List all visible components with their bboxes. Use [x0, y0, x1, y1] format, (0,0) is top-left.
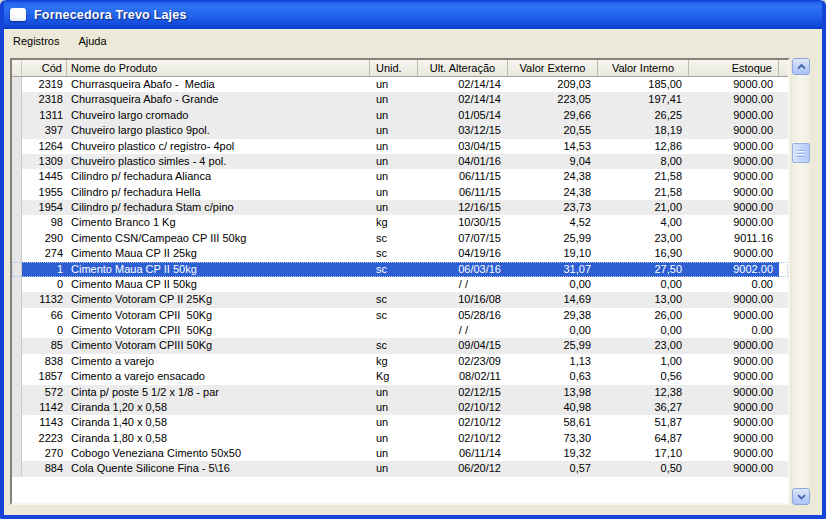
cell-interno: 0,56 — [598, 369, 689, 384]
cell-nome: Cimento Maua CP II 50kg — [67, 277, 370, 292]
cell-ult: 12/16/15 — [418, 200, 508, 215]
cell-ult: 02/12/15 — [418, 385, 508, 400]
cell-estoque: 9000.00 — [689, 215, 779, 230]
cell-externo: 29,38 — [508, 308, 598, 323]
table-row[interactable]: 1Cimento Maua CP II 50kgsc06/03/1631,072… — [12, 262, 788, 277]
row-indicator-gutter — [12, 323, 22, 338]
scroll-down-button[interactable] — [792, 488, 810, 505]
table-row[interactable]: 2223Ciranda 1,80 x 0,58un02/10/1273,3064… — [12, 431, 788, 446]
cell-ult: 06/11/14 — [418, 446, 508, 461]
table-row[interactable]: 1264Chuveiro plastico c/ registro- 4polu… — [12, 139, 788, 154]
table-row[interactable]: 1142Ciranda 1,20 x 0,58un02/10/1240,9836… — [12, 400, 788, 415]
cell-externo: 0,57 — [508, 461, 598, 476]
table-row[interactable]: 274Cimento Maua CP II 25kgsc04/19/1619,1… — [12, 246, 788, 261]
cell-nome: Chuveiro largo plastico 9pol. — [67, 123, 370, 138]
row-indicator-gutter — [12, 139, 22, 154]
row-indicator-gutter — [12, 77, 22, 92]
table-row[interactable]: 0Cimento Maua CP II 50kg/ /0,000,000.00 — [12, 277, 788, 292]
cell-estoque: 0.00 — [689, 277, 779, 292]
table-row[interactable]: 884Cola Quente Silicone Fina - 5\16un06/… — [12, 461, 788, 476]
table-row[interactable]: 290Cimento CSN/Campeao CP III 50kgsc07/0… — [12, 231, 788, 246]
table-row[interactable]: 85Cimento Votoram CPIII 50Kgsc09/04/1525… — [12, 338, 788, 353]
cell-estoque: 9000.00 — [689, 308, 779, 323]
cell-nome: Cimento Maua CP II 50kg — [67, 262, 370, 277]
table-row[interactable]: 98Cimento Branco 1 Kgkg10/30/154,524,009… — [12, 215, 788, 230]
cell-cod: 1955 — [22, 185, 67, 200]
cell-ult: 06/11/15 — [418, 185, 508, 200]
table-row[interactable]: 1857Cimento a varejo ensacadoKg08/02/110… — [12, 369, 788, 384]
table-row[interactable]: 1445Cilindro p/ fechadura Aliancaun06/11… — [12, 169, 788, 184]
cell-externo: 1,13 — [508, 354, 598, 369]
cell-ult: 02/14/14 — [418, 92, 508, 107]
cell-unid: un — [370, 185, 418, 200]
cell-estoque: 9000.00 — [689, 369, 779, 384]
header-nome[interactable]: Nome do Produto — [67, 60, 370, 76]
window-icon[interactable] — [10, 8, 26, 21]
cell-cod: 1 — [22, 262, 67, 277]
cell-nome: Cinta p/ poste 5 1/2 x 1/8 - par — [67, 385, 370, 400]
header-gutter — [12, 60, 22, 76]
cell-estoque: 9000.00 — [689, 185, 779, 200]
cell-externo: 209,03 — [508, 77, 598, 92]
cell-cod: 1143 — [22, 415, 67, 430]
cell-unid: sc — [370, 262, 418, 277]
table-row[interactable]: 0Cimento Votoram CPII 50Kg/ /0,000,000.0… — [12, 323, 788, 338]
table-row[interactable]: 1955Cilindro p/ fechadura Hellaun06/11/1… — [12, 185, 788, 200]
vertical-scrollbar — [792, 58, 810, 505]
row-indicator-gutter — [12, 400, 22, 415]
table-row[interactable]: 1954Cilindro p/ fechadura Stam c/pinoun1… — [12, 200, 788, 215]
cell-cod: 1445 — [22, 169, 67, 184]
table-row[interactable]: 838Cimento a varejokg02/23/091,131,00900… — [12, 354, 788, 369]
row-indicator-gutter — [12, 354, 22, 369]
cell-estoque: 9000.00 — [689, 139, 779, 154]
header-ult-alteracao[interactable]: Ult. Alteração — [418, 60, 508, 76]
cell-externo: 20,55 — [508, 123, 598, 138]
row-indicator-gutter — [12, 338, 22, 353]
title-bar[interactable]: Fornecedora Trevo Lajes — [0, 0, 826, 29]
cell-unid: kg — [370, 354, 418, 369]
cell-cod: 0 — [22, 277, 67, 292]
table-row[interactable]: 2319Churrasqueira Abafo - Mediaun02/14/1… — [12, 77, 788, 92]
cell-interno: 1,00 — [598, 354, 689, 369]
cell-interno: 26,00 — [598, 308, 689, 323]
table-row[interactable]: 270Cobogo Veneziana Cimento 50x50un06/11… — [12, 446, 788, 461]
header-valor-interno[interactable]: Valor Interno — [598, 60, 689, 76]
scrollbar-track[interactable] — [792, 75, 810, 488]
cell-externo: 24,38 — [508, 169, 598, 184]
cell-cod: 838 — [22, 354, 67, 369]
table-row[interactable]: 572Cinta p/ poste 5 1/2 x 1/8 - parun02/… — [12, 385, 788, 400]
table-row[interactable]: 2318Churrasqueira Abafo - Grandeun02/14/… — [12, 92, 788, 107]
cell-ult: 04/01/16 — [418, 154, 508, 169]
header-estoque[interactable]: Estoque — [689, 60, 779, 76]
product-grid: Cód Nome do Produto Unid. Ult. Alteração… — [10, 58, 790, 505]
scrollbar-thumb[interactable] — [792, 143, 810, 163]
header-cod[interactable]: Cód — [22, 60, 67, 76]
table-row[interactable]: 66Cimento Votoram CPII 50Kgsc05/28/1629,… — [12, 308, 788, 323]
table-row[interactable]: 1143Ciranda 1,40 x 0,58un02/10/1258,6151… — [12, 415, 788, 430]
table-row[interactable]: 1309Chuveiro plastico simles - 4 pol.un0… — [12, 154, 788, 169]
cell-unid: un — [370, 139, 418, 154]
grid-body: 2319Churrasqueira Abafo - Mediaun02/14/1… — [12, 77, 788, 477]
cell-cod: 884 — [22, 461, 67, 476]
cell-nome: Cimento Branco 1 Kg — [67, 215, 370, 230]
table-row[interactable]: 1132Cimento Votoram CP II 25Kgsc10/16/08… — [12, 292, 788, 307]
cell-ult: 02/10/12 — [418, 415, 508, 430]
cell-interno: 21,00 — [598, 200, 689, 215]
menu-ajuda[interactable]: Ajuda — [72, 32, 112, 50]
header-unid[interactable]: Unid. — [370, 60, 418, 76]
cell-externo: 0,00 — [508, 277, 598, 292]
scroll-up-button[interactable] — [792, 58, 810, 75]
menu-registros[interactable]: Registros — [7, 32, 65, 50]
cell-estoque: 9000.00 — [689, 461, 779, 476]
cell-estoque: 9000.00 — [689, 400, 779, 415]
cell-interno: 21,58 — [598, 185, 689, 200]
window-title: Fornecedora Trevo Lajes — [34, 8, 187, 22]
cell-ult: 02/23/09 — [418, 354, 508, 369]
cell-nome: Ciranda 1,40 x 0,58 — [67, 415, 370, 430]
cell-cod: 1264 — [22, 139, 67, 154]
table-row[interactable]: 397Chuveiro largo plastico 9pol.un03/12/… — [12, 123, 788, 138]
row-indicator-gutter — [12, 369, 22, 384]
cell-interno: 21,58 — [598, 169, 689, 184]
table-row[interactable]: 1311Chuveiro largo cromadoun01/05/1429,6… — [12, 108, 788, 123]
header-valor-externo[interactable]: Valor Externo — [508, 60, 598, 76]
